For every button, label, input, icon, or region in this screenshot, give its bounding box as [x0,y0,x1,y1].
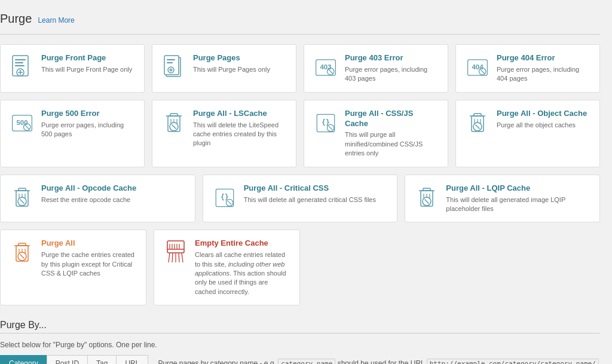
svg-line-84 [179,253,179,262]
svg-text:404: 404 [472,63,484,71]
purge-front-page-desc: This will Purge Front Page only [41,65,134,74]
purge-cssjs-card[interactable]: {} Purge All - CSS/JS Cache This will pu… [304,100,448,167]
svg-rect-1 [15,59,26,60]
purge-pages-card[interactable]: Purge Pages This will Purge Pages only [152,44,296,93]
cssjs-critical-icon: {} [213,183,237,212]
purge-front-page-title: Purge Front Page [41,53,134,63]
empty-spacer [307,230,600,305]
403-icon: 403 [314,53,338,82]
tab-tag[interactable]: Tag [87,355,116,364]
purge-500-content: Purge 500 Error Purge error pages, inclu… [41,109,134,139]
purge-pages-content: Purge Pages This will Purge Pages only [193,53,286,74]
trash-opcode-icon [10,183,34,212]
purge-critical-css-desc: This will delete all generated critical … [244,195,388,204]
purge-by-divider [0,333,600,334]
page-icon [10,53,34,82]
svg-line-82 [172,253,173,262]
purge-front-page-card[interactable]: Purge Front Page This will Purge Front P… [0,44,145,93]
purge-opcode-title: Purge All - Opcode Cache [41,183,185,194]
trash-lqip-icon [415,183,439,212]
purge-all-content: Purge All Purge the cache entries create… [41,238,136,278]
purge-404-desc: Purge error pages, including 404 pages [497,65,590,84]
empty-cache-card[interactable]: Empty Entire Cache Clears all cache entr… [154,230,300,305]
empty-cache-desc: Clears all cache entries related to this… [195,250,290,296]
cards-row-4: Purge All Purge the cache entries create… [0,230,600,305]
cards-row-1: Purge Front Page This will Purge Front P… [0,44,600,93]
svg-rect-28 [170,114,178,116]
tab-post-id[interactable]: Post ID [47,355,87,364]
tab-url[interactable]: URL [116,355,148,364]
purge-500-card[interactable]: 500 Purge 500 Error Purge error pages, i… [0,100,145,167]
purge-lscache-content: Purge All - LSCache This will delete the… [193,109,286,148]
purge-front-page-content: Purge Front Page This will Purge Front P… [41,53,134,74]
purge-critical-css-content: Purge All - Critical CSS This will delet… [244,183,388,204]
purge-critical-css-title: Purge All - Critical CSS [244,183,388,194]
purge-500-title: Purge 500 Error [41,109,134,119]
purge-all-desc: Purge the cache entries created by this … [41,250,136,278]
svg-rect-10 [167,62,173,63]
purge-all-card[interactable]: Purge All Purge the cache entries create… [0,230,146,305]
svg-text:403: 403 [320,63,331,71]
svg-rect-9 [167,59,175,60]
purge-object-title: Purge All - Object Cache [497,109,590,119]
shredder-icon [164,238,188,267]
purge-by-title: Purge By... [0,320,600,331]
learn-more-link[interactable]: Learn More [38,16,74,25]
header-divider [0,34,600,35]
svg-rect-2 [15,62,23,63]
purge-404-content: Purge 404 Error Purge error pages, inclu… [497,53,590,84]
purge-cssjs-content: Purge All - CSS/JS Cache This will purge… [345,109,438,158]
purge-pages-desc: This will Purge Pages only [193,65,286,74]
trash-object-icon [466,109,489,137]
purge-lqip-card[interactable]: Purge All - LQIP Cache This will delete … [405,175,600,223]
tab-hint: Purge pages by category name - e.g. cate… [158,359,600,364]
purge-pages-title: Purge Pages [193,53,286,63]
purge-opcode-card[interactable]: Purge All - Opcode Cache Reset the entir… [0,175,195,223]
purge-500-desc: Purge error pages, including 500 pages [41,121,134,139]
empty-cache-title: Empty Entire Cache [195,238,290,249]
purge-lqip-desc: This will delete all generated image LQI… [446,195,590,214]
pages-icon [162,53,186,82]
trash-lscache-icon [162,109,186,137]
purge-object-content: Purge All - Object Cache Purge all the o… [497,109,590,130]
purge-all-title: Purge All [41,238,136,249]
purge-lqip-content: Purge All - LQIP Cache This will delete … [446,183,590,214]
404-icon: 404 [466,53,489,82]
purge-lscache-desc: This will delete the LiteSpeed cache ent… [193,121,286,148]
purge-opcode-content: Purge All - Opcode Cache Reset the entir… [41,183,185,204]
trash-all-icon [10,238,34,267]
svg-rect-68 [19,243,26,246]
cards-row-2: 500 Purge 500 Error Purge error pages, i… [0,100,600,167]
cssjs-icon: {} [314,109,338,137]
svg-rect-40 [474,114,481,116]
purge-lqip-title: Purge All - LQIP Cache [446,183,590,194]
svg-line-57 [228,201,231,204]
svg-rect-8 [164,56,179,75]
purge-403-title: Purge 403 Error [345,53,438,63]
hint-url: http://example.com/category/category-nam… [427,359,599,364]
svg-line-81 [169,253,170,262]
purge-lscache-card[interactable]: Purge All - LSCache This will delete the… [152,100,296,167]
svg-rect-3 [15,65,25,66]
page-title: Purge [0,12,32,26]
purge-lscache-title: Purge All - LSCache [193,109,286,119]
purge-opcode-desc: Reset the entire opcode cache [41,195,185,204]
500-icon: 500 [10,109,34,137]
purge-cssjs-title: Purge All - CSS/JS Cache [345,109,438,129]
hint-code: category-name [278,359,335,364]
purge-403-desc: Purge error pages, including 403 pages [345,65,438,84]
purge-404-title: Purge 404 Error [497,53,590,63]
purge-404-card[interactable]: 404 Purge 404 Error Purge error pages, i… [455,44,600,93]
purge-object-desc: Purge all the object caches [497,121,590,130]
purge-critical-css-card[interactable]: {} Purge All - Critical CSS This will de… [203,175,398,223]
purge-cssjs-desc: This will purge all minified/combined CS… [345,130,438,158]
svg-line-37 [329,126,332,130]
tab-category[interactable]: Category [0,355,47,364]
svg-text:500: 500 [16,119,27,126]
purge-by-tabs: Category Post ID Tag URL Purge pages by … [0,355,600,364]
purge-403-card[interactable]: 403 Purge 403 Error Purge error pages, i… [304,44,448,93]
purge-403-content: Purge 403 Error Purge error pages, inclu… [345,53,438,84]
purge-object-card[interactable]: Purge All - Object Cache Purge all the o… [455,100,600,167]
empty-cache-content: Empty Entire Cache Clears all cache entr… [195,238,290,296]
svg-rect-60 [423,188,430,191]
